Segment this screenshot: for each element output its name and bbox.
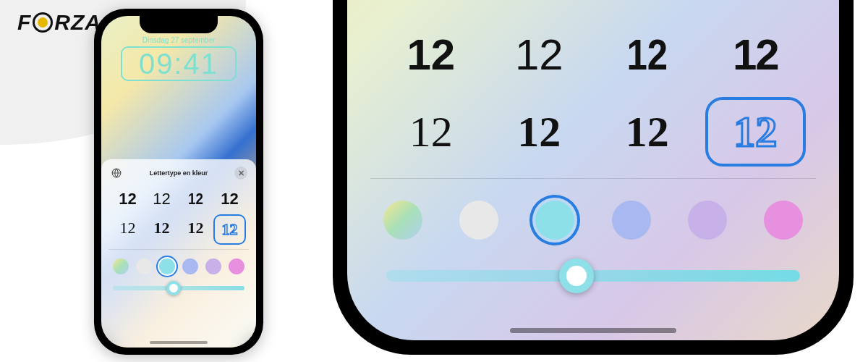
color-swatch-2[interactable] <box>159 258 175 274</box>
home-indicator-zoom[interactable] <box>510 328 676 333</box>
color-swatch-0[interactable] <box>113 258 129 274</box>
iphone-screen: Dinsdag 27 september 09:41 Lettertype en… <box>101 16 256 348</box>
color-swatch-1[interactable] <box>136 258 152 274</box>
color-swatch-0[interactable] <box>383 201 422 240</box>
color-swatch-4[interactable] <box>205 258 221 274</box>
color-swatch-3[interactable] <box>612 201 651 240</box>
color-row-zoom <box>347 190 839 250</box>
font-color-sheet: Lettertype en kleur ✕ 1212121212121212 <box>101 159 256 348</box>
slider-thumb-zoom[interactable] <box>559 258 594 293</box>
notch <box>140 16 218 33</box>
font-grid-zoom: 1212121212121212 <box>347 20 839 167</box>
font-option-thin[interactable]: 12 <box>145 185 178 213</box>
lion-head-icon <box>33 12 53 33</box>
sheet-title: Lettertype en kleur <box>150 169 208 177</box>
forza-logo: F RZA <box>17 10 101 35</box>
divider <box>109 249 249 250</box>
font-option-outline[interactable]: 12 <box>213 214 246 245</box>
lockscreen-clock-box[interactable]: 09:41 <box>121 46 237 81</box>
iphone-device-zoom: 1212121212121212 <box>333 0 854 355</box>
font-option-serif[interactable]: 12 <box>380 97 482 167</box>
font-option-cond[interactable]: 12 <box>182 185 209 213</box>
font-option-bold[interactable]: 12 <box>111 185 144 213</box>
divider-zoom <box>370 178 816 179</box>
slider-wrap-zoom <box>347 250 839 287</box>
font-option-outline[interactable]: 12 <box>705 97 807 167</box>
globe-icon[interactable] <box>110 167 123 180</box>
color-swatch-5[interactable] <box>229 258 244 274</box>
color-swatch-4[interactable] <box>688 201 727 240</box>
color-swatch-3[interactable] <box>182 258 198 274</box>
logo-text-post: RZA <box>54 10 101 35</box>
font-option-serif-bold[interactable]: 12 <box>489 97 590 167</box>
color-swatch-2[interactable] <box>535 201 574 240</box>
font-option-stencil[interactable]: 12 <box>705 20 807 90</box>
lockscreen-time: 09:41 <box>122 49 235 78</box>
color-row <box>109 254 249 279</box>
close-icon[interactable]: ✕ <box>234 167 247 180</box>
home-indicator[interactable] <box>150 341 208 344</box>
font-grid: 1212121212121212 <box>109 185 249 245</box>
font-option-cond[interactable]: 12 <box>604 20 690 90</box>
color-swatch-1[interactable] <box>459 201 498 240</box>
iphone-screen-zoom: 1212121212121212 <box>347 0 839 340</box>
font-option-serif[interactable]: 12 <box>111 214 144 245</box>
lockscreen-date: Dinsdag 27 september <box>101 36 256 44</box>
size-slider[interactable] <box>113 286 244 290</box>
font-option-serif-bold[interactable]: 12 <box>145 214 178 245</box>
lockscreen-header: Dinsdag 27 september 09:41 <box>101 36 256 81</box>
size-slider-zoom[interactable] <box>386 270 800 282</box>
font-option-slab[interactable]: 12 <box>179 214 212 245</box>
iphone-device-left: Dinsdag 27 september 09:41 Lettertype en… <box>94 9 263 355</box>
font-option-slab[interactable]: 12 <box>597 97 698 167</box>
color-swatch-5[interactable] <box>764 201 803 240</box>
font-option-bold[interactable]: 12 <box>380 20 482 90</box>
font-option-thin[interactable]: 12 <box>489 20 590 90</box>
slider-thumb[interactable] <box>166 281 181 295</box>
sheet-header: Lettertype en kleur ✕ <box>109 165 249 185</box>
slider-wrap <box>109 279 249 293</box>
font-option-stencil[interactable]: 12 <box>213 185 246 213</box>
logo-text-pre: F <box>17 10 31 35</box>
